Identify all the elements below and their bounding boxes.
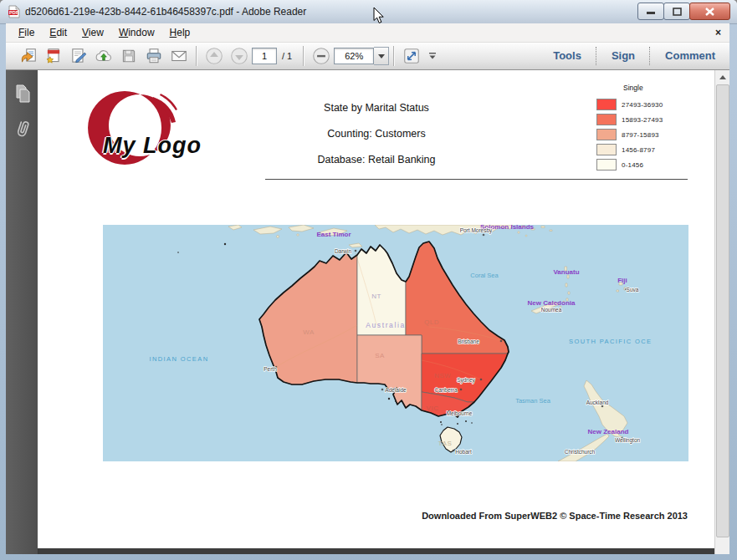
document-area: My Logo State by Marital Status Counting…: [6, 70, 729, 554]
zoom-out-button[interactable]: [309, 45, 334, 68]
city-label: Wellington: [615, 437, 641, 444]
state-label: VIC: [427, 405, 439, 412]
scroll-up-icon: [719, 75, 726, 79]
create-pdf-button[interactable]: [41, 45, 66, 68]
map-legend: Single 27493-36930 15893-27493 8797-1589…: [583, 84, 690, 180]
vertical-scrollbar[interactable]: [714, 70, 729, 554]
previous-page-button[interactable]: [202, 45, 227, 68]
minimize-button[interactable]: [637, 3, 664, 20]
menu-file[interactable]: File: [11, 24, 42, 41]
legend-range: 27493-36930: [622, 101, 663, 109]
legend-swatch: [596, 144, 617, 155]
attachments-button[interactable]: [12, 117, 33, 140]
title-bar[interactable]: PDF d5206d61-219e-423b-8442-61b46458397c…: [0, 0, 737, 24]
comment-panel-button[interactable]: Comment: [651, 47, 729, 65]
legend-item: 0-1456: [583, 159, 687, 171]
open-file-button[interactable]: [16, 45, 41, 68]
menu-help[interactable]: Help: [162, 24, 198, 41]
state-label: NT: [371, 293, 381, 300]
pdf-page: My Logo State by Marital Status Counting…: [38, 70, 715, 548]
state-label: NSW: [434, 372, 451, 379]
menu-view[interactable]: View: [74, 24, 111, 41]
toolbar: 1 / 1 62% Tools: [6, 43, 729, 70]
toolbar-separator: [393, 46, 395, 66]
city-label: Brisbane: [458, 339, 479, 344]
email-button[interactable]: [166, 45, 192, 68]
state-label: QLD: [424, 318, 439, 326]
cloud-upload-icon: [95, 47, 113, 65]
country-label: New Caledonia: [528, 299, 576, 307]
state-label: TAS: [438, 440, 452, 447]
city-label: Adelaide: [385, 387, 407, 393]
print-button[interactable]: [141, 45, 166, 68]
country-label: Vanuatu: [553, 268, 579, 276]
legend-item: 1456-8797: [583, 144, 687, 155]
zoom-level-input[interactable]: 62%: [334, 48, 374, 64]
svg-text:PDF: PDF: [9, 10, 19, 15]
adobe-reader-window: PDF d5206d61-219e-423b-8442-61b46458397c…: [0, 0, 737, 560]
page-count-label: / 1: [282, 51, 292, 61]
page-thumbnails-icon: [13, 84, 32, 104]
legend-range: 8797-15893: [622, 131, 659, 139]
close-icon: [705, 8, 714, 16]
city-label: Suva: [627, 287, 639, 293]
toolbar-more-button[interactable]: [424, 45, 441, 68]
menu-edit[interactable]: Edit: [42, 24, 74, 41]
paperclip-icon: [13, 118, 32, 140]
country-label: East Timor: [316, 231, 351, 238]
restore-button[interactable]: [663, 3, 690, 20]
zoom-dropdown-button[interactable]: [374, 47, 389, 65]
city-label: Auckland: [586, 400, 609, 405]
legend-swatch: [596, 159, 617, 171]
download-attribution: Downloaded From SuperWEB2 © Space-Time R…: [422, 511, 688, 521]
toolbar-right-group: Tools Sign Comment: [539, 43, 729, 69]
chevron-down-icon: [378, 54, 385, 59]
previous-page-icon: [204, 46, 224, 66]
legend-range: 0-1456: [622, 161, 643, 169]
city-label: Hobart: [455, 449, 472, 455]
save-icon: [120, 47, 138, 65]
australia-choropleth-map: Coral Sea Tasman Sea INDIAN OCEAN SOUTH …: [103, 225, 688, 461]
scrollbar-thumb[interactable]: [716, 84, 729, 537]
legend-item: 27493-36930: [583, 99, 687, 110]
legend-rows: 27493-36930 15893-27493 8797-15893 1456-…: [583, 99, 687, 180]
print-icon: [145, 47, 163, 65]
close-document-icon[interactable]: ×: [715, 28, 721, 38]
sign-panel-button[interactable]: Sign: [597, 47, 649, 65]
menu-bar: File Edit View Window Help ×: [6, 23, 729, 43]
ocean-label: SOUTH PACIFIC OCE: [569, 338, 653, 345]
fit-window-icon: [402, 47, 421, 65]
toolbar-separator: [196, 46, 197, 66]
close-button[interactable]: [689, 3, 730, 20]
sign-document-icon: [69, 47, 88, 65]
page-number-input[interactable]: 1: [252, 48, 277, 64]
menu-window[interactable]: Window: [111, 24, 162, 41]
toolbar-separator: [303, 46, 305, 66]
scroll-up-button[interactable]: [715, 70, 729, 84]
window-controls: [638, 3, 730, 20]
city-label: Perth: [264, 366, 277, 372]
state-label: SA: [375, 352, 385, 359]
header-rule: [265, 179, 688, 180]
save-button[interactable]: [116, 45, 141, 68]
tools-panel-button[interactable]: Tools: [539, 47, 596, 65]
open-file-icon: [19, 47, 38, 65]
restore-icon: [673, 8, 682, 16]
fit-window-button[interactable]: [399, 45, 424, 68]
mouse-cursor: [373, 7, 385, 24]
country-label: New Zealand: [588, 428, 629, 435]
next-page-button[interactable]: [227, 45, 252, 68]
state-label: WA: [303, 328, 315, 336]
next-page-icon: [229, 46, 249, 66]
city-label: Canberra: [434, 387, 457, 393]
pdf-file-icon: PDF: [8, 5, 21, 18]
legend-range: 15893-27493: [622, 116, 663, 124]
city-label: Darwin: [335, 248, 352, 254]
page-thumbnails-button[interactable]: [12, 82, 33, 104]
city-label: Sydney: [457, 377, 475, 384]
create-pdf-icon: [44, 47, 63, 65]
window-title: d5206d61-219e-423b-8442-61b46458397c.pdf…: [25, 6, 306, 18]
cloud-upload-button[interactable]: [91, 45, 116, 68]
sign-document-button[interactable]: [66, 45, 91, 68]
legend-title: Single: [623, 84, 690, 92]
